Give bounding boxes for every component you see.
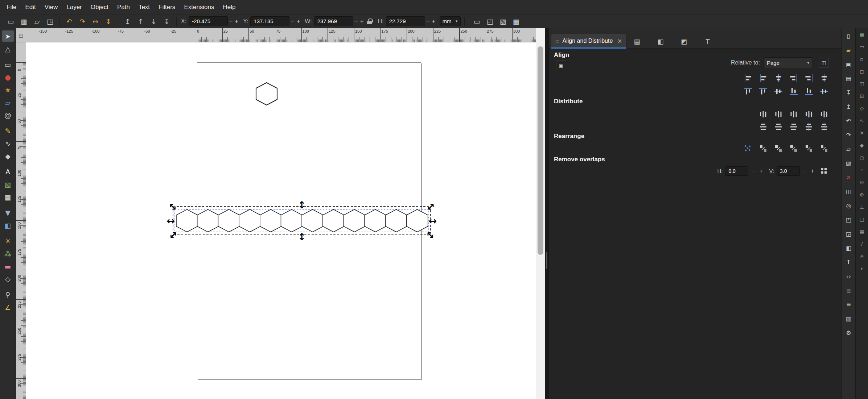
copy[interactable]: ▱ [844, 144, 854, 154]
align-right-edges[interactable] [787, 72, 800, 84]
overlap-h-increment[interactable]: + [758, 168, 764, 174]
distribute-top-edges[interactable] [757, 121, 770, 132]
pen-tool[interactable]: ∿ [2, 138, 14, 149]
ungroup-objects[interactable]: ◲ [844, 229, 854, 238]
tab-align-and-distribute[interactable]: ≡ Align and Distribute × [551, 34, 626, 49]
raise[interactable]: ↑ [135, 16, 147, 27]
align-top-to-anchor-bottom[interactable] [802, 86, 815, 97]
lock-aspect-ratio-toggle[interactable] [365, 16, 374, 27]
align-dialog[interactable]: ≡ [844, 300, 854, 309]
horizontal-ruler[interactable]: -150-125-100-75-50-250255075100125150175… [26, 28, 536, 42]
menu-item-layer[interactable]: Layer [62, 0, 86, 14]
distribute-right-edges[interactable] [787, 108, 800, 120]
scale-handle-sw[interactable]: ↔ [166, 228, 179, 241]
randomize-centers[interactable] [802, 143, 815, 154]
arrange-as-graph[interactable] [741, 143, 754, 154]
scrollbar-thumb[interactable] [538, 46, 543, 255]
snap-bounding-box[interactable]: ▭ [857, 43, 867, 51]
align-left-to-anchor-right[interactable] [802, 72, 815, 84]
paint-bucket-tool[interactable]: ◧ [2, 220, 14, 231]
remove-overlaps-apply[interactable] [818, 165, 831, 176]
snap-nodes[interactable]: ◇ [857, 104, 867, 112]
scale-handle-se[interactable]: ↔ [424, 228, 437, 241]
xml-editor[interactable]: ‹› [844, 271, 854, 281]
align-bottom-to-anchor-top[interactable] [741, 86, 754, 97]
menu-item-extensions[interactable]: Extensions [180, 0, 218, 14]
scale-handle-w[interactable]: ↔ [167, 216, 175, 226]
tab-export[interactable]: ◧ [653, 34, 669, 48]
x-decrement[interactable]: − [228, 18, 234, 25]
tab-document-properties[interactable]: ▤ [629, 34, 645, 48]
y-input[interactable] [250, 16, 289, 26]
tab-text-and-font[interactable]: T [700, 34, 716, 48]
selector-tool[interactable]: ➤ [2, 30, 14, 42]
preferences[interactable]: ⚙ [844, 328, 854, 337]
distribute-centers-vertically[interactable] [772, 121, 785, 132]
gradient-tool[interactable]: ▧ [2, 179, 14, 190]
snap-rotation-centers[interactable]: ⊕ [857, 191, 867, 199]
tweak-tool[interactable]: ✳ [2, 235, 14, 246]
distribute-left-edges[interactable] [757, 108, 770, 120]
overlap-h-input[interactable]: 0.0 [725, 166, 748, 176]
align-left-edges[interactable] [757, 72, 770, 84]
raise-to-top[interactable]: ↥ [122, 16, 133, 27]
canvas-viewport[interactable]: ↔↕↔↔↔↔↕↔ [26, 42, 536, 399]
zoom-tool[interactable]: ⚲ [2, 289, 14, 300]
w-decrement[interactable]: − [353, 18, 359, 25]
overlap-h-decrement[interactable]: − [751, 168, 756, 174]
scale-handle-e[interactable]: ↔ [429, 216, 437, 226]
connector-tool[interactable]: ◇ [2, 273, 14, 284]
align-text-horizontal[interactable] [818, 72, 831, 84]
snap-enabled[interactable]: ▦ [857, 30, 867, 38]
eraser-tool[interactable]: ▬ [2, 261, 14, 272]
save-document[interactable]: ▣ [844, 59, 854, 69]
select-all[interactable]: ▭ [5, 16, 17, 27]
print-document[interactable]: ▤ [844, 74, 854, 83]
x-increment[interactable]: + [234, 18, 239, 25]
menu-item-file[interactable]: File [2, 0, 21, 14]
distribute-equal-gaps-horizontally[interactable] [802, 108, 815, 120]
selection-options[interactable]: ◳ [44, 16, 56, 27]
close-tab-icon[interactable]: × [617, 37, 622, 45]
exchange-in-stacking-order[interactable] [772, 143, 785, 154]
menu-item-edit[interactable]: Edit [21, 0, 40, 14]
y-increment[interactable]: + [295, 18, 301, 25]
snap-bbox-centers[interactable]: ⊡ [857, 92, 867, 100]
deselect[interactable]: ▱ [31, 16, 43, 27]
star-tool[interactable]: ★ [2, 84, 14, 95]
snap-bbox-edge-midpoints[interactable]: ◫ [857, 80, 867, 88]
menu-item-view[interactable]: View [40, 0, 62, 14]
spiral-tool[interactable]: @ [2, 109, 14, 121]
text-dialog[interactable]: T [844, 257, 854, 267]
snap-line-midpoints[interactable]: ◦ [857, 166, 867, 174]
scale-handle-n[interactable]: ↕ [298, 200, 306, 210]
rotate-90-ccw[interactable]: ↶ [63, 16, 75, 27]
h-decrement[interactable]: − [425, 18, 431, 25]
scale-rounded-corners[interactable]: ◰ [484, 16, 496, 27]
snap-text-baselines[interactable]: ⊥ [857, 203, 867, 211]
measure-tool[interactable]: ∠ [2, 302, 14, 313]
snap-grids[interactable]: ▦ [857, 228, 867, 236]
scale-handle-ne[interactable]: ↔ [424, 200, 437, 213]
menu-item-text[interactable]: Text [134, 0, 154, 14]
canvas-vertical-scrollbar[interactable] [536, 28, 545, 399]
align-text-vertical[interactable] [818, 86, 831, 97]
tab-fill-stroke[interactable]: ◩ [676, 34, 692, 48]
distribute-centers-horizontally[interactable] [772, 108, 785, 120]
scale-handle-s[interactable]: ↕ [298, 232, 306, 242]
exchange-in-selection-order[interactable] [757, 143, 770, 154]
snap-bbox-corners[interactable]: ◻ [857, 67, 867, 75]
vertical-ruler[interactable]: 0255075100125150175200225250275300 [16, 42, 26, 399]
calligraphy-tool[interactable]: ◆ [2, 150, 14, 162]
menu-item-help[interactable]: Help [219, 0, 240, 14]
snap-paths[interactable]: ∿ [857, 117, 867, 125]
snap-cusp-nodes[interactable]: ◆ [857, 141, 867, 149]
units-select[interactable]: mm▾ [440, 16, 461, 26]
new-document[interactable]: ▯ [844, 31, 854, 41]
menu-item-object[interactable]: Object [86, 0, 113, 14]
node-tool[interactable]: △ [2, 43, 14, 54]
w-increment[interactable]: + [359, 18, 365, 25]
snap-bbox-edges[interactable]: ▫ [857, 55, 867, 63]
lower[interactable]: ↓ [148, 16, 160, 27]
box-3d-tool[interactable]: ▱ [2, 97, 14, 108]
